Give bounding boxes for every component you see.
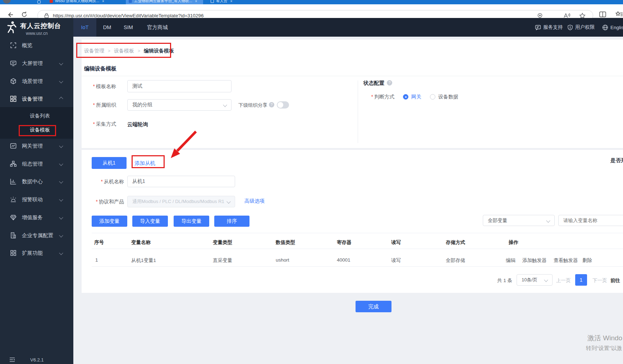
url-text[interactable]: https://mp.usr.cn/#/cloud/device/ViewEdi… — [53, 13, 203, 18]
row-action-add-trigger[interactable]: 添加触发器 — [522, 257, 547, 264]
share-toggle[interactable] — [277, 101, 289, 109]
finish-button[interactable]: 完成 — [356, 301, 391, 312]
chevron-down-icon — [59, 233, 63, 237]
browser-toolbar: https://mp.usr.cn/#/cloud/device/ViewEdi… — [0, 4, 623, 18]
browser-tab[interactable]: 有人云 × — [208, 0, 283, 4]
sidebar-item-label: 概览 — [22, 42, 32, 49]
share-help-icon[interactable]: ? — [269, 102, 274, 107]
nav-tab-sim[interactable]: SIM — [120, 18, 137, 37]
breadcrumb-current: 编辑设备模板 — [144, 48, 174, 54]
variable-filter-select[interactable]: 全部变量 — [483, 215, 555, 226]
required-mark: * — [96, 199, 98, 204]
toggle-knob — [278, 102, 283, 108]
back-icon[interactable] — [6, 11, 14, 18]
cell-rw: 读写 — [391, 257, 401, 264]
status-config-title: 状态配置 — [363, 80, 384, 87]
col-header-seq: 序号 — [94, 239, 104, 246]
variable-search-input[interactable] — [558, 215, 623, 226]
radio-gateway-label[interactable]: 网关 — [411, 94, 421, 100]
row-action-view-trigger[interactable]: 查看触发器 — [554, 257, 578, 264]
advanced-options-link[interactable]: 高级选项 — [244, 198, 265, 204]
template-name-input[interactable] — [127, 80, 232, 92]
app-root: W650 济南有人物联网技... × 工业物联网云服务平台_有人物联... × … — [0, 0, 623, 364]
breadcrumb-device-mgmt[interactable]: 设备管理 — [84, 48, 104, 54]
add-variable-button[interactable]: 添加变量 — [92, 216, 127, 227]
protocol-select-value: 通用Modbus / PLC / DL/Modbus/Modbus R1 — [132, 198, 224, 205]
col-header-rw: 读写 — [391, 239, 401, 246]
radio-device-data-label[interactable]: 设备数据 — [438, 94, 458, 100]
nav-service-support[interactable]: 服务支持 — [535, 18, 563, 37]
nav-tab-dm[interactable]: DM — [99, 18, 115, 37]
pagination-prev[interactable]: 上一页 — [556, 277, 571, 284]
lock-icon[interactable] — [44, 13, 49, 18]
sidebar-item-gateway-mgmt[interactable]: 网关管理 — [0, 139, 73, 153]
sidebar-item-scada-mgmt[interactable]: 组态管理 — [0, 157, 73, 171]
browser-profile-avatar[interactable] — [3, 0, 11, 4]
nav-user-rights[interactable]: 用户权限 — [567, 18, 595, 37]
chevron-down-icon — [226, 199, 230, 203]
version-label: V6.2.1 — [30, 357, 44, 363]
org-select[interactable]: 我的分组 — [127, 99, 232, 111]
export-variable-button[interactable]: 导出变量 — [174, 216, 209, 227]
col-header-datatype: 数值类型 — [276, 239, 295, 246]
import-variable-button[interactable]: 导入变量 — [132, 216, 168, 227]
tab-close-icon[interactable]: × — [102, 0, 104, 3]
browser-tab[interactable]: W650 济南有人物联网技... × — [47, 0, 123, 4]
radio-device-data[interactable] — [430, 94, 435, 100]
version-row: V6.2.1 — [0, 355, 73, 364]
sidebar-item-device-template[interactable]: 设备模板 — [30, 123, 73, 137]
pagination-total: 共 1 条 — [497, 277, 512, 284]
sidebar-item-alarm-link[interactable]: 报警联动 — [0, 192, 73, 207]
chevron-down-icon — [59, 215, 63, 219]
pagination-page-1[interactable]: 1 — [575, 274, 587, 286]
sidebar-item-screen-mgmt[interactable]: 大屏管理 — [0, 56, 73, 70]
sidebar-item-device-mgmt[interactable]: 设备管理 — [0, 92, 73, 106]
cell-register: 40001 — [337, 257, 351, 263]
row-action-delete[interactable]: 删除 — [582, 257, 592, 264]
status-help-icon[interactable]: ? — [387, 80, 392, 86]
table-border — [92, 266, 623, 267]
tab-close-icon[interactable]: × — [230, 0, 233, 3]
browser-workspaces-icon[interactable] — [37, 0, 41, 4]
breadcrumb: 设备管理 > 设备模板 > 编辑设备模板 — [84, 48, 174, 54]
chevron-down-icon — [59, 144, 63, 148]
sidebar-item-data-center[interactable]: 数据中心 — [0, 174, 73, 189]
page-size-select[interactable]: 10条/页 — [517, 274, 553, 286]
chevron-down-icon — [59, 61, 63, 65]
sidebar-item-enterprise-config[interactable]: 企业专属配置 — [0, 228, 73, 243]
slave-tab[interactable]: 从机1 — [92, 157, 127, 169]
nav-tab-shop[interactable]: 官方商城 — [143, 18, 172, 37]
gem-icon — [10, 214, 17, 221]
required-mark: * — [93, 102, 95, 108]
sort-button[interactable]: 排序 — [214, 216, 249, 227]
refresh-icon[interactable] — [21, 11, 28, 18]
nav-tab-iot[interactable]: IoT — [73, 18, 96, 37]
sidebar-item-extensions[interactable]: 扩展功能 — [0, 246, 73, 260]
add-slave-button[interactable]: 添加从机 — [134, 160, 155, 167]
sidebar-item-label: 报警联动 — [22, 196, 43, 203]
sidebar-item-overview[interactable]: 概览 — [0, 38, 73, 52]
required-mark: * — [371, 94, 373, 100]
tab-close-icon[interactable]: × — [195, 0, 197, 3]
sidebar-item-value-services[interactable]: 增值服务 — [0, 210, 73, 225]
split-screen-icon[interactable] — [599, 11, 606, 18]
multi-toggle-label: 是否开启多 — [610, 157, 623, 164]
slave-config-card: 从机1 添加从机 是否开启多 *从机名称 *协议和产品 通用Modbus / P… — [82, 150, 623, 293]
pagination-next[interactable]: 下一页 — [592, 277, 607, 284]
favorites-bar-icon[interactable] — [615, 11, 623, 18]
sidebar-item-scene-mgmt[interactable]: 场景管理 — [0, 74, 73, 88]
windows-activation-watermark: 激活 Windo — [587, 333, 622, 343]
browser-tab-active[interactable]: 工业物联网云服务平台_有人物联... × — [126, 0, 203, 4]
bar-chart-icon — [10, 178, 17, 185]
radio-gateway[interactable] — [403, 94, 408, 100]
collapse-icon[interactable] — [9, 357, 15, 362]
sidebar-item-device-list[interactable]: 设备列表 — [30, 109, 73, 123]
row-action-edit[interactable]: 编辑 — [506, 257, 516, 264]
slave-name-input[interactable] — [127, 176, 235, 187]
table-border — [92, 233, 623, 233]
browser-tab-title: W650 济南有人物联网技... — [55, 0, 99, 4]
share-label: 下级组织分享 — [238, 102, 267, 109]
nav-language[interactable]: English — [602, 18, 623, 37]
divider — [358, 80, 358, 143]
breadcrumb-device-template[interactable]: 设备模板 — [114, 48, 134, 54]
